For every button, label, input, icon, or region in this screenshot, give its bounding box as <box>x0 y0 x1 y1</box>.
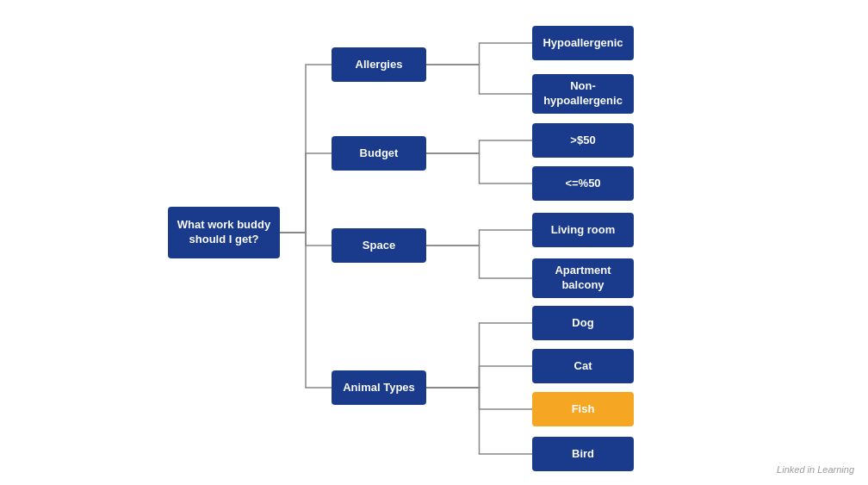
canvas: What work buddy should I get? AllergiesB… <box>0 0 868 485</box>
leaf-node-5: Apartment balcony <box>532 258 634 298</box>
branch-node-1: Budget <box>332 136 426 171</box>
leaf-node-8: Fish <box>532 392 634 426</box>
branch-node-2: Space <box>332 228 426 263</box>
leaf-node-3: <=%50 <box>532 166 634 201</box>
connectors-svg <box>0 0 868 485</box>
leaf-node-7: Cat <box>532 349 634 383</box>
leaf-node-1: Non- hypoallergenic <box>532 74 634 114</box>
leaf-node-2: >$50 <box>532 123 634 158</box>
root-node: What work buddy should I get? <box>168 207 280 258</box>
watermark: Linked in Learning <box>777 464 854 475</box>
branch-node-3: Animal Types <box>332 370 426 405</box>
leaf-node-6: Dog <box>532 306 634 340</box>
leaf-node-4: Living room <box>532 213 634 247</box>
branch-node-0: Allergies <box>332 47 426 82</box>
leaf-node-0: Hypoallergenic <box>532 26 634 60</box>
leaf-node-9: Bird <box>532 437 634 471</box>
